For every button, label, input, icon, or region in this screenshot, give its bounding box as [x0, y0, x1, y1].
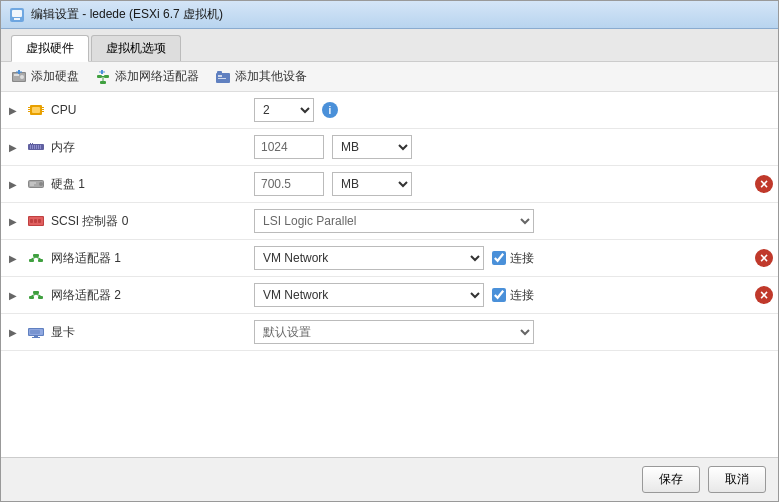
net2-icon	[27, 288, 45, 302]
svg-rect-30	[32, 145, 33, 149]
title-bar: 编辑设置 - ledede (ESXi 6.7 虚拟机)	[1, 1, 778, 29]
scsi0-icon	[27, 214, 45, 228]
svg-rect-26	[42, 109, 44, 110]
svg-rect-17	[217, 71, 222, 74]
tab-options[interactable]: 虚拟机选项	[91, 35, 181, 61]
memory-icon	[27, 140, 45, 154]
cpu-count-select[interactable]: 2 1 4 8	[254, 98, 314, 122]
svg-rect-27	[42, 111, 44, 112]
net2-row: ▶ 网络适配器 2 VM Network vSwitch0	[1, 277, 778, 314]
vga-expand[interactable]: ▶	[9, 327, 21, 338]
svg-rect-25	[42, 107, 44, 108]
add-network-button[interactable]: 添加网络适配器	[95, 68, 199, 85]
scsi0-type-select[interactable]: LSI Logic Parallel LSI Logic SAS VMware …	[254, 209, 534, 233]
svg-rect-34	[40, 145, 41, 149]
net1-label: 网络适配器 1	[51, 250, 121, 267]
net2-remove-col: ×	[750, 286, 778, 304]
add-other-icon	[215, 69, 231, 85]
disk1-unit-select[interactable]: MB GB	[332, 172, 412, 196]
scsi0-label-col: ▶ SCSI 控制器 0	[1, 207, 246, 236]
svg-line-51	[36, 257, 41, 259]
toolbar: 添加硬盘 添加网络适配器	[1, 62, 778, 92]
disk1-remove-button[interactable]: ×	[755, 175, 773, 193]
svg-rect-59	[30, 330, 40, 334]
add-network-icon	[95, 69, 111, 85]
cpu-label: CPU	[51, 103, 76, 117]
vga-controls: 默认设置	[246, 314, 778, 350]
svg-rect-61	[32, 337, 40, 338]
svg-rect-24	[28, 111, 30, 112]
svg-rect-36	[32, 143, 33, 145]
memory-value-input[interactable]	[254, 135, 324, 159]
memory-unit-select[interactable]: MB GB	[332, 135, 412, 159]
net2-expand[interactable]: ▶	[9, 290, 21, 301]
main-window: 编辑设置 - ledede (ESXi 6.7 虚拟机) 虚拟硬件 虚拟机选项 …	[0, 0, 779, 502]
net1-remove-col: ×	[750, 249, 778, 267]
vga-row: ▶ 显卡 默认设置	[1, 314, 778, 351]
svg-rect-23	[28, 109, 30, 110]
memory-label-col: ▶ 内存	[1, 133, 246, 162]
svg-rect-48	[38, 259, 43, 262]
add-network-label: 添加网络适配器	[115, 68, 199, 85]
memory-expand[interactable]: ▶	[9, 142, 21, 153]
net1-icon	[27, 251, 45, 265]
disk1-expand[interactable]: ▶	[9, 179, 21, 190]
net2-label: 网络适配器 2	[51, 287, 121, 304]
net1-connect-text: 连接	[510, 250, 534, 267]
svg-rect-44	[30, 219, 33, 223]
svg-rect-18	[218, 75, 222, 77]
add-other-button[interactable]: 添加其他设备	[215, 68, 307, 85]
vga-type-select[interactable]: 默认设置	[254, 320, 534, 344]
vga-label: 显卡	[51, 324, 75, 341]
cpu-info-icon[interactable]: i	[322, 102, 338, 118]
cpu-controls: 2 1 4 8 i	[246, 92, 778, 128]
net1-connect-checkbox[interactable]	[492, 251, 506, 265]
tab-bar: 虚拟硬件 虚拟机选项	[1, 29, 778, 62]
svg-rect-19	[218, 78, 226, 79]
net2-connect-checkbox[interactable]	[492, 288, 506, 302]
svg-rect-21	[32, 107, 40, 113]
scsi0-row: ▶ SCSI 控制器 0 LSI Logic Parallel LSI Logi…	[1, 203, 778, 240]
net2-network-select[interactable]: VM Network vSwitch0	[254, 283, 484, 307]
disk1-controls: MB GB	[246, 166, 750, 202]
net1-label-col: ▶ 网络适配器 1	[1, 244, 246, 273]
svg-rect-46	[38, 219, 41, 223]
svg-line-56	[36, 294, 41, 296]
svg-line-50	[32, 257, 37, 259]
svg-rect-2	[14, 18, 20, 20]
svg-rect-8	[16, 71, 22, 72]
net1-row: ▶ 网络适配器 1 VM Network vSwitch0	[1, 240, 778, 277]
cpu-label-col: ▶ CPU	[1, 97, 246, 123]
scsi0-controls: LSI Logic Parallel LSI Logic SAS VMware …	[246, 203, 778, 239]
vga-label-col: ▶ 显卡	[1, 318, 246, 347]
net2-remove-button[interactable]: ×	[755, 286, 773, 304]
svg-rect-22	[28, 107, 30, 108]
svg-rect-33	[38, 145, 39, 149]
window-icon	[9, 7, 25, 23]
memory-label: 内存	[51, 139, 75, 156]
window-title: 编辑设置 - ledede (ESXi 6.7 虚拟机)	[31, 6, 223, 23]
scsi0-expand[interactable]: ▶	[9, 216, 21, 227]
svg-point-6	[20, 75, 24, 79]
svg-rect-1	[12, 10, 22, 17]
svg-rect-45	[34, 219, 37, 223]
vga-icon	[27, 325, 45, 339]
svg-rect-32	[36, 145, 37, 149]
tab-hardware[interactable]: 虚拟硬件	[11, 35, 89, 62]
net1-controls: VM Network vSwitch0 连接	[246, 240, 750, 276]
hardware-list: ▶ CPU 2	[1, 92, 778, 457]
cpu-expand[interactable]: ▶	[9, 105, 21, 116]
disk1-size-input[interactable]	[254, 172, 324, 196]
net1-network-select[interactable]: VM Network vSwitch0	[254, 246, 484, 270]
ok-button[interactable]: 保存	[642, 466, 700, 493]
net2-controls: VM Network vSwitch0 连接	[246, 277, 750, 313]
net1-expand[interactable]: ▶	[9, 253, 21, 264]
disk1-label: 硬盘 1	[51, 176, 85, 193]
disk1-remove-col: ×	[750, 175, 778, 193]
net1-remove-button[interactable]: ×	[755, 249, 773, 267]
cancel-button[interactable]: 取消	[708, 466, 766, 493]
svg-point-39	[39, 182, 43, 186]
svg-rect-15	[99, 71, 105, 72]
svg-rect-54	[33, 291, 39, 294]
add-disk-button[interactable]: 添加硬盘	[11, 68, 79, 85]
